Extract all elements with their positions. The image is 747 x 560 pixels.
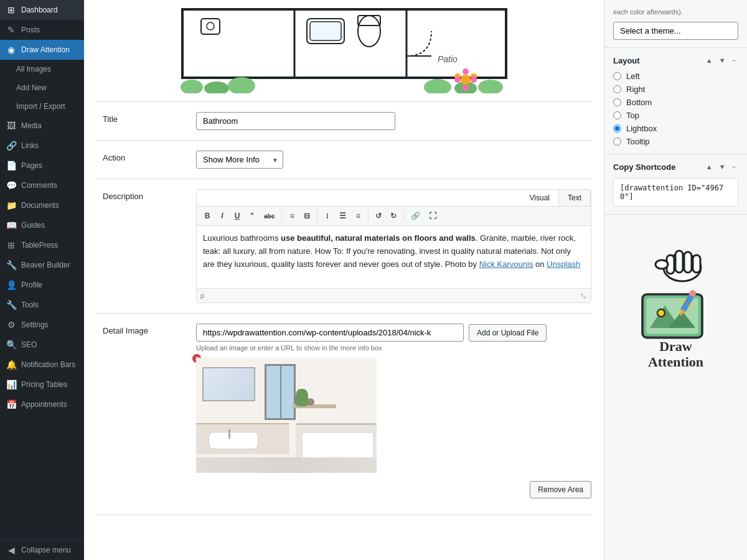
align-center-button[interactable]: ☰ — [336, 209, 350, 223]
underline-button[interactable]: U — [230, 209, 244, 223]
shortcode-chevron-down[interactable]: ▼ — [716, 162, 728, 172]
sidebar-item-draw-attention[interactable]: ◉ Draw Attention — [0, 40, 84, 60]
svg-point-13 — [228, 77, 255, 93]
sidebar-item-profile[interactable]: 👤 Profile — [0, 275, 84, 295]
layout-radio-bottom[interactable] — [613, 98, 621, 106]
sidebar-item-pages[interactable]: 📄 Pages — [0, 156, 84, 175]
theme-select[interactable]: Select a theme... Default Dark Light Cus… — [613, 22, 738, 40]
layout-radio-right[interactable] — [613, 85, 621, 93]
pages-icon: 📄 — [6, 161, 16, 170]
sidebar-item-notification-bars[interactable]: 🔔 Notification Bars — [0, 355, 84, 375]
sidebar-item-beaver-builder[interactable]: 🔧 Beaver Builder — [0, 255, 84, 275]
svg-rect-0 — [182, 9, 506, 78]
tools-icon: 🔧 — [6, 300, 16, 310]
sidebar-item-tools[interactable]: 🔧 Tools — [0, 295, 84, 315]
bold-button[interactable]: B — [200, 209, 214, 223]
action-select[interactable]: Show More Info Go to URL None — [196, 151, 283, 169]
sidebar-item-import-export[interactable]: Import / Export — [0, 97, 84, 116]
layout-option-bottom[interactable]: Bottom — [613, 98, 738, 107]
sidebar-item-dashboard[interactable]: ⊞ Dashboard — [0, 0, 84, 20]
add-upload-button[interactable]: Add or Upload File — [469, 324, 547, 342]
layout-chevron-down[interactable]: ▼ — [716, 55, 728, 65]
sidebar-item-all-images[interactable]: All Images — [0, 60, 84, 78]
sidebar-item-pricing-tables[interactable]: 📊 Pricing Tables — [0, 375, 84, 394]
layout-radio-tooltip[interactable] — [613, 138, 621, 146]
shortcode-collapse[interactable]: − — [730, 162, 738, 172]
align-right-button[interactable]: ≡ — [351, 209, 365, 223]
posts-icon: ✎ — [6, 25, 16, 35]
sidebar-item-tablepress[interactable]: ⊞ TablePress — [0, 235, 84, 255]
layout-chevron-up[interactable]: ▲ — [703, 55, 715, 65]
sidebar-item-media[interactable]: 🖼 Media — [0, 116, 84, 136]
layout-radio-lightbox[interactable] — [613, 124, 621, 133]
description-text-plain: Luxurious bathrooms — [203, 233, 281, 243]
image-preview: ✕ — [196, 358, 377, 473]
sidebar-item-collapse-menu[interactable]: ◀ Collapse menu — [0, 539, 84, 560]
upload-hint: Upload an image or enter a URL to show i… — [196, 344, 591, 352]
editor-tabs: Visual Text — [197, 190, 591, 207]
tab-visual[interactable]: Visual — [521, 190, 559, 206]
editor-content[interactable]: Luxurious bathrooms use beautiful, natur… — [197, 226, 591, 288]
theme-notice: each color afterwards). — [613, 7, 738, 17]
svg-text:Patio: Patio — [438, 54, 458, 64]
editor-tag-indicator: p — [200, 292, 204, 299]
links-icon: 🔗 — [6, 141, 16, 151]
layout-option-lightbox[interactable]: Lightbox — [613, 124, 738, 133]
blockquote-button[interactable]: " — [245, 209, 259, 223]
resize-handle[interactable]: ⤡ — [580, 291, 587, 301]
sidebar-item-seo[interactable]: 🔍 SEO — [0, 335, 84, 355]
svg-point-22 — [454, 77, 461, 83]
sidebar-item-links[interactable]: 🔗 Links — [0, 136, 84, 156]
shortcode-value[interactable]: [drawattention ID="49670"] — [613, 178, 738, 207]
logo-svg — [639, 287, 713, 339]
shortcode-chevron-up[interactable]: ▲ — [703, 162, 715, 172]
description-link-nick[interactable]: Nick Karvounis — [479, 259, 533, 269]
beaver-builder-icon: 🔧 — [6, 260, 16, 270]
description-link-unsplash[interactable]: Unsplash — [547, 259, 580, 269]
detail-image-label: Detail Image — [96, 324, 196, 335]
layout-radio-top[interactable] — [613, 111, 621, 119]
collapse-icon: ◀ — [6, 545, 16, 555]
fullscreen-button[interactable]: ⛶ — [425, 209, 440, 223]
theme-section: each color afterwards). Select a theme..… — [604, 0, 747, 48]
seo-icon: 🔍 — [6, 340, 16, 350]
tab-text[interactable]: Text — [559, 190, 591, 206]
link-button[interactable]: 🔗 — [407, 209, 424, 223]
align-left-button[interactable]: ⫶ — [321, 209, 334, 223]
sidebar-item-appointments[interactable]: 📅 Appointments — [0, 394, 84, 414]
editor-footer: p ⤡ — [197, 288, 591, 302]
undo-button[interactable]: ↺ — [372, 209, 385, 223]
svg-point-17 — [461, 75, 471, 85]
detail-image-row: Detail Image Add or Upload File Upload a… — [96, 314, 591, 515]
remove-area-button[interactable]: Remove Area — [530, 481, 591, 498]
documents-icon: 📁 — [6, 200, 16, 210]
redo-button[interactable]: ↻ — [387, 209, 400, 223]
numbered-list-button[interactable]: ⊟ — [300, 209, 314, 223]
sidebar-item-settings[interactable]: ⚙ Settings — [0, 315, 84, 335]
layout-option-left[interactable]: Left — [613, 72, 738, 81]
sidebar-item-posts[interactable]: ✎ Posts — [0, 20, 84, 40]
sidebar-item-documents[interactable]: 📁 Documents — [0, 195, 84, 215]
sidebar-item-comments[interactable]: 💬 Comments — [0, 175, 84, 195]
layout-label-bottom: Bottom — [626, 98, 652, 107]
description-row: Description Visual Text B I U " abc — [96, 179, 591, 314]
detail-image-url-input[interactable] — [196, 324, 464, 342]
svg-point-38 — [657, 309, 665, 317]
pricing-tables-icon: 📊 — [6, 380, 16, 390]
action-select-wrapper: Show More Info Go to URL None ▼ — [196, 151, 283, 169]
layout-option-tooltip[interactable]: Tooltip — [613, 137, 738, 146]
layout-radio-left[interactable] — [613, 72, 621, 80]
sidebar-item-guides[interactable]: 📖 Guides — [0, 215, 84, 235]
title-input[interactable] — [196, 112, 395, 130]
toolbar-separator-1 — [281, 210, 282, 222]
sidebar-item-add-new[interactable]: Add New — [0, 78, 84, 97]
italic-button[interactable]: I — [215, 209, 229, 223]
strikethrough-button[interactable]: abc — [260, 210, 278, 222]
svg-point-16 — [478, 80, 503, 93]
layout-option-top[interactable]: Top — [613, 111, 738, 120]
layout-option-right[interactable]: Right — [613, 85, 738, 94]
svg-rect-27 — [684, 252, 692, 273]
bullet-list-button[interactable]: ≡ — [285, 209, 299, 223]
layout-label-tooltip: Tooltip — [626, 137, 650, 146]
layout-collapse[interactable]: − — [730, 55, 738, 65]
